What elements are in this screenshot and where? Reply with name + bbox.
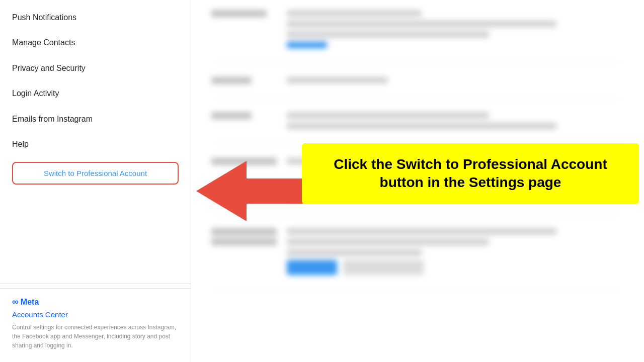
sidebar-nav: Push Notifications Manage Contacts Priva…: [0, 0, 191, 280]
main-content: Click the Switch to Professional Account…: [191, 0, 644, 362]
meta-icon: ∞: [12, 297, 19, 307]
sidebar-item-push-notifications[interactable]: Push Notifications: [0, 5, 191, 30]
meta-label: Meta: [21, 298, 39, 307]
sidebar: Push Notifications Manage Contacts Priva…: [0, 0, 191, 362]
sidebar-item-emails-instagram[interactable]: Emails from Instagram: [0, 107, 191, 132]
sidebar-divider: [0, 284, 191, 284]
accounts-center-section: ∞ Meta Accounts Center Control settings …: [0, 288, 191, 362]
switch-to-professional-button[interactable]: Switch to Professional Account: [12, 162, 179, 185]
switch-btn-wrapper: Switch to Professional Account: [0, 157, 191, 193]
sidebar-item-manage-contacts[interactable]: Manage Contacts: [0, 30, 191, 55]
accounts-center-link[interactable]: Accounts Center: [12, 310, 179, 319]
sidebar-item-privacy-security[interactable]: Privacy and Security: [0, 56, 191, 81]
sidebar-item-login-activity[interactable]: Login Activity: [0, 81, 191, 106]
blurred-settings-content: [191, 0, 644, 362]
accounts-center-description: Control settings for connected experienc…: [12, 323, 179, 350]
sidebar-item-help[interactable]: Help: [0, 132, 191, 157]
meta-logo: ∞ Meta: [12, 297, 179, 307]
